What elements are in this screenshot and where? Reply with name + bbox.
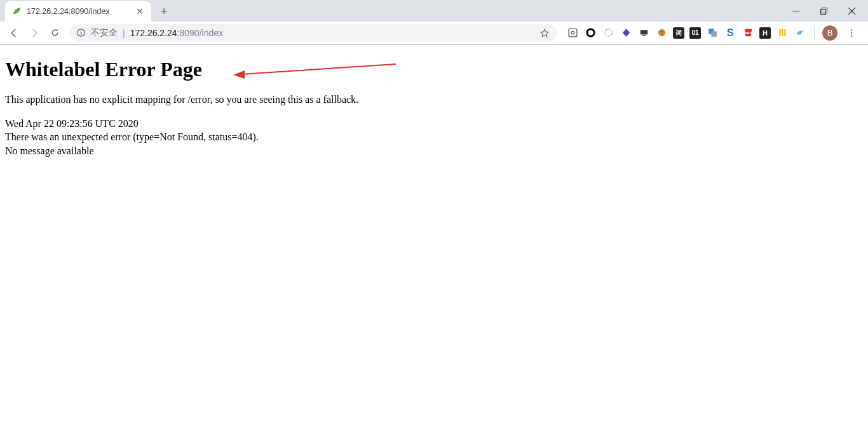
svg-point-9: [571, 31, 574, 34]
maximize-button[interactable]: [810, 1, 837, 20]
svg-rect-12: [640, 30, 647, 34]
leaf-icon: [11, 6, 22, 17]
extension-diamond-icon[interactable]: [620, 27, 632, 39]
svg-rect-19: [711, 31, 717, 37]
url-port: :8090: [177, 28, 200, 38]
svg-rect-22: [782, 29, 783, 36]
error-message: No message available: [5, 144, 863, 158]
svg-point-17: [661, 34, 663, 35]
extensions-area: 词 01 S ABP H B: [564, 24, 863, 42]
svg-text:ABP: ABP: [744, 31, 752, 35]
url-path: /index: [200, 28, 223, 38]
extension-monitor-icon[interactable]: [637, 27, 650, 39]
timestamp: Wed Apr 22 09:23:56 UTC 2020: [5, 117, 863, 131]
extension-globe-icon[interactable]: [602, 27, 614, 39]
svg-point-15: [660, 31, 661, 32]
svg-point-24: [851, 29, 852, 30]
extension-h-icon[interactable]: H: [759, 27, 771, 39]
svg-rect-1: [820, 9, 825, 14]
star-icon[interactable]: [539, 28, 550, 38]
tab-title: 172.26.2.24:8090/index: [27, 7, 130, 16]
error-description: This application has no explicit mapping…: [5, 93, 863, 107]
svg-rect-2: [822, 8, 827, 13]
toolbar: 不安全 | 172.26.2.24:8090/index 词 01 S ABP …: [0, 22, 868, 44]
extension-s-icon[interactable]: S: [724, 27, 736, 39]
page-content: Whitelabel Error Page This application h…: [0, 45, 868, 163]
new-tab-button[interactable]: +: [155, 3, 173, 20]
extension-bars-icon[interactable]: [776, 27, 789, 39]
svg-rect-7: [81, 32, 81, 35]
extension-bird-icon[interactable]: [794, 27, 806, 39]
reload-button[interactable]: [46, 24, 64, 42]
minimize-button[interactable]: [782, 1, 810, 20]
extension-01-icon[interactable]: 01: [689, 27, 701, 39]
back-button[interactable]: [5, 24, 23, 42]
forward-button[interactable]: [25, 24, 43, 42]
url-text: 172.26.2.24:8090/index: [130, 28, 223, 38]
svg-point-16: [661, 30, 663, 32]
svg-rect-21: [779, 29, 780, 36]
tab-active[interactable]: 172.26.2.24:8090/index ✕: [5, 1, 151, 22]
extension-gtranslate-icon[interactable]: [706, 27, 719, 39]
page-title: Whitelabel Error Page: [5, 58, 863, 81]
svg-point-25: [851, 32, 852, 33]
svg-point-11: [604, 29, 611, 36]
extension-youdao-icon[interactable]: 词: [673, 27, 684, 39]
svg-rect-8: [569, 29, 577, 37]
svg-rect-23: [784, 29, 785, 36]
address-bar[interactable]: 不安全 | 172.26.2.24:8090/index: [70, 24, 557, 42]
divider: |: [123, 28, 125, 38]
separator: [814, 27, 815, 39]
tab-bar: 172.26.2.24:8090/index ✕ +: [0, 0, 868, 22]
svg-point-26: [851, 35, 852, 36]
extension-circle-icon[interactable]: [584, 27, 597, 39]
svg-point-6: [81, 30, 82, 32]
svg-point-10: [587, 29, 593, 36]
profile-avatar[interactable]: B: [822, 25, 837, 41]
browser-chrome: 172.26.2.24:8090/index ✕ +: [0, 0, 868, 45]
window-controls: [782, 0, 868, 22]
kebab-menu-icon[interactable]: [843, 24, 860, 42]
extension-origin-icon[interactable]: [566, 27, 579, 39]
close-icon[interactable]: ✕: [135, 6, 145, 17]
extension-cookie-icon[interactable]: [655, 27, 668, 39]
svg-rect-13: [642, 35, 646, 36]
url-host: 172.26.2.24: [130, 28, 177, 38]
error-detail: There was an unexpected error (type=Not …: [5, 130, 863, 144]
svg-point-14: [658, 29, 665, 36]
info-icon: [76, 28, 86, 37]
extension-abp-icon[interactable]: ABP: [742, 27, 754, 39]
security-label: 不安全: [91, 27, 118, 39]
close-window-button[interactable]: [837, 1, 865, 20]
